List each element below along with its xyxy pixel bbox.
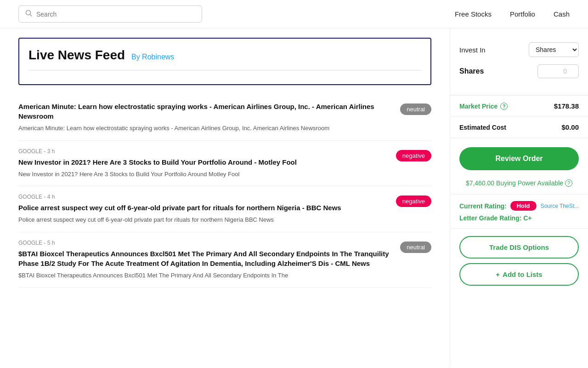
news-content: GOOGLE - 5 h$BTAI Bioxcel Therapeutics A… — [18, 240, 393, 280]
news-body: American Minute: Learn how electrostatic… — [18, 124, 393, 133]
invest-section: Invest In SharesOptions Shares — [450, 38, 588, 95]
nav-free-stocks[interactable]: Free Stocks — [455, 10, 492, 18]
news-title[interactable]: $BTAI Bioxcel Therapeutics Announces Bxc… — [18, 249, 393, 268]
invest-row: Invest In SharesOptions — [459, 42, 579, 57]
trade-dis-options-button[interactable]: Trade DIS Options — [459, 236, 579, 259]
news-feed-title-row: Live News Feed By Robinews — [28, 48, 421, 63]
review-order-button[interactable]: Review Order — [459, 147, 579, 170]
nav-portfolio[interactable]: Portfolio — [510, 10, 535, 18]
header-nav: Free Stocks Portfolio Cash — [455, 10, 570, 18]
news-item[interactable]: GOOGLE - 4 hPolice arrest suspect wey cu… — [18, 186, 431, 232]
news-body: Police arrest suspect wey cut off 6-year… — [18, 215, 389, 224]
main-layout: Live News Feed By Robinews American Minu… — [0, 29, 588, 367]
sentiment-badge: neutral — [400, 242, 431, 253]
market-price-row: Market Price ? $178.38 — [450, 95, 588, 116]
invest-in-select[interactable]: SharesOptions — [529, 42, 579, 57]
news-feed-subtitle: By Robinews — [131, 53, 174, 61]
news-item[interactable]: GOOGLE - 5 h$BTAI Bioxcel Therapeutics A… — [18, 232, 431, 288]
letter-grade-rating: Letter Grade Rating: C+ — [459, 214, 579, 222]
invest-in-label: Invest In — [459, 46, 486, 54]
shares-label: Shares — [459, 67, 484, 75]
sentiment-badge: negative — [396, 150, 431, 161]
news-item[interactable]: GOOGLE - 3 hNew Investor in 2021? Here A… — [18, 141, 431, 187]
sentiment-badge: neutral — [400, 104, 431, 115]
search-input[interactable] — [36, 11, 195, 18]
right-panel: Invest In SharesOptions Shares Market Pr… — [450, 29, 588, 367]
market-price-label: Market Price ? — [459, 103, 508, 110]
hold-badge: Hold — [510, 201, 537, 211]
buying-power-help-icon[interactable]: ? — [565, 179, 572, 187]
estimated-cost-row: Estimated Cost $0.00 — [450, 116, 588, 138]
shares-row: Shares — [459, 64, 579, 78]
sentiment-badge: negative — [396, 196, 431, 207]
news-feed-header: Live News Feed By Robinews — [18, 38, 431, 85]
current-rating-row: Current Rating: Hold Source TheSt... — [459, 201, 579, 211]
search-box[interactable] — [18, 6, 202, 23]
news-list: American Minute: Learn how electrostatic… — [18, 94, 431, 288]
news-content: American Minute: Learn how electrostatic… — [18, 102, 393, 133]
current-rating-label: Current Rating: — [459, 202, 507, 210]
svg-line-1 — [30, 15, 32, 17]
news-feed-title: Live News Feed — [28, 48, 125, 62]
add-to-lists-label: Add to Lists — [503, 270, 543, 278]
news-source: GOOGLE - 3 h — [18, 148, 389, 155]
estimated-cost-value: $0.00 — [561, 123, 579, 131]
market-price-help-icon[interactable]: ? — [500, 103, 508, 110]
news-body: $BTAI Bioxcel Therapeutics Announces Bxc… — [18, 271, 393, 280]
news-content: GOOGLE - 4 hPolice arrest suspect wey cu… — [18, 194, 389, 224]
news-title[interactable]: American Minute: Learn how electrostatic… — [18, 102, 393, 121]
news-body: New Investor in 2021? Here Are 3 Stocks … — [18, 170, 389, 179]
source-link[interactable]: Source TheSt... — [541, 203, 579, 209]
buying-power-text: $7,460.00 Buying Power Available — [466, 179, 563, 187]
news-source: GOOGLE - 5 h — [18, 240, 393, 246]
news-title[interactable]: New Investor in 2021? Here Are 3 Stocks … — [18, 157, 389, 167]
ratings-section: Current Rating: Hold Source TheSt... Let… — [450, 194, 588, 229]
buying-power: $7,460.00 Buying Power Available ? — [450, 179, 588, 194]
news-item[interactable]: American Minute: Learn how electrostatic… — [18, 94, 431, 141]
nav-cash[interactable]: Cash — [554, 10, 570, 18]
news-content: GOOGLE - 3 hNew Investor in 2021? Here A… — [18, 148, 389, 179]
market-price-value: $178.38 — [554, 102, 579, 110]
news-source: GOOGLE - 4 h — [18, 194, 389, 200]
news-title[interactable]: Police arrest suspect wey cut off 6-year… — [18, 203, 389, 213]
shares-input[interactable] — [537, 64, 579, 78]
news-panel: Live News Feed By Robinews American Minu… — [0, 29, 450, 367]
search-icon — [25, 10, 33, 18]
news-divider — [28, 70, 421, 70]
add-icon: + — [496, 270, 500, 278]
add-to-lists-button[interactable]: + Add to Lists — [459, 263, 579, 286]
header: Free Stocks Portfolio Cash — [0, 0, 588, 29]
estimated-cost-label: Estimated Cost — [459, 124, 506, 131]
